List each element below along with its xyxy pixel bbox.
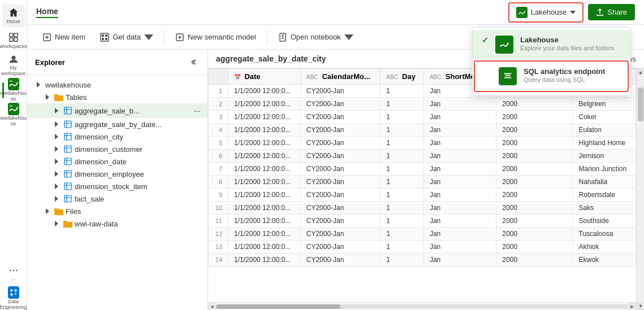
table-cell: Tuscaloosa <box>573 228 636 241</box>
col-date-label: Date <box>244 72 260 81</box>
my-workspace-icon <box>8 54 19 64</box>
col-header-date: 📅 Date <box>228 69 301 85</box>
table-cell: Highland Home <box>573 137 636 150</box>
open-notebook-button[interactable]: Open notebook <box>272 29 360 46</box>
table4-label: dimension_date <box>75 158 203 166</box>
table0-menu-icon[interactable]: ··· <box>192 105 203 116</box>
scroll-down-button[interactable]: ▼ <box>637 302 644 310</box>
tree-table-0[interactable]: aggregate_sale_b... ··· <box>27 103 208 118</box>
sidebar-home-label: Home <box>6 19 20 25</box>
table-cell: CY2000-Jan <box>300 163 380 176</box>
vscroll-track <box>637 76 644 302</box>
sidebar-item-data-engineering[interactable]: Data Engineering <box>2 287 25 310</box>
table-cell: 1/1/2000 12:00:0... <box>228 111 301 124</box>
new-item-button[interactable]: New item <box>36 29 92 46</box>
row-number: 9 <box>209 189 228 202</box>
tree-area: wwilakehouse Tables <box>27 75 208 310</box>
table-cell: 1/1/2000 12:00:0... <box>228 215 301 228</box>
table-row: 31/1/2000 12:00:0...CY2000-Jan1Jan2000Co… <box>209 111 636 124</box>
new-item-icon <box>42 33 51 42</box>
tree-table-7[interactable]: fact_sale <box>27 193 208 205</box>
checkmark-icon: ✓ <box>482 36 489 45</box>
dropdown-sql-icon <box>499 67 517 85</box>
table0-icon <box>63 106 72 115</box>
sidebar-item-my-workspace[interactable]: My workspace <box>2 54 25 77</box>
sidebar-item-home[interactable]: Home <box>2 5 25 27</box>
files-chevron-icon <box>43 207 52 216</box>
svg-rect-22 <box>64 146 71 152</box>
lakehouse-dropdown-button[interactable]: Lakehouse <box>508 2 584 23</box>
table-row: 71/1/2000 12:00:0...CY2000-Jan1Jan2000Ma… <box>209 163 636 176</box>
table3-label: dimension_customer <box>75 145 203 154</box>
tree-root[interactable]: wwilakehouse <box>27 78 208 91</box>
hscroll-thumb[interactable] <box>216 304 340 309</box>
sidebar-item-wwilakehouse1[interactable]: wwilakehou se <box>2 79 25 102</box>
table-cell: CY2000-Jan <box>300 124 380 137</box>
tree-file-0[interactable]: wwi-raw-data <box>27 217 208 230</box>
table-cell: 2000 <box>496 228 573 241</box>
tree-tables[interactable]: Tables <box>27 91 208 103</box>
data-table-container[interactable]: 📅 Date ABC CalendarMo... ABC Day <box>208 68 644 310</box>
row-number: 1 <box>209 85 228 98</box>
row-number: 13 <box>209 241 228 254</box>
table-cell: Jan <box>423 124 496 137</box>
tree-table-5[interactable]: dimension_employee <box>27 168 208 180</box>
table-cell: 1 <box>381 202 424 215</box>
svg-rect-19 <box>64 107 71 114</box>
table-row: 61/1/2000 12:00:0...CY2000-Jan1Jan2000Je… <box>209 150 636 163</box>
top-bar: Home Lakehouse Share <box>27 0 644 25</box>
right-scroll-area: ▲ ▼ <box>636 68 644 310</box>
sidebar-item-more[interactable]: ··· <box>2 263 25 285</box>
explorer-collapse-button[interactable] <box>186 55 200 69</box>
svg-rect-15 <box>105 38 107 40</box>
notebook-chevron-icon <box>344 33 353 42</box>
col-calendarmo-label: CalendarMo... <box>322 72 370 81</box>
table-row: 91/1/2000 12:00:0...CY2000-Jan1Jan2000Ro… <box>209 189 636 202</box>
table-row: 41/1/2000 12:00:0...CY2000-Jan1Jan2000Eu… <box>209 124 636 137</box>
table-cell: 2000 <box>496 137 573 150</box>
table-cell: 1/1/2000 12:00:0... <box>228 137 301 150</box>
tree-table-1[interactable]: aggregate_sale_by_date... <box>27 118 208 130</box>
table-cell: 1 <box>381 111 424 124</box>
table-cell: 1/1/2000 12:00:0... <box>228 98 301 111</box>
tree-table-4[interactable]: dimension_date <box>27 155 208 168</box>
table-cell: Nanafalia <box>573 176 636 189</box>
scroll-up-button[interactable]: ▲ <box>637 68 644 76</box>
table-cell: 1/1/2000 12:00:0... <box>228 228 301 241</box>
sidebar-item-wwilakehouse2[interactable]: wwilakehou se <box>2 104 25 126</box>
root-label: wwilakehouse <box>45 81 203 89</box>
dropdown-item-sql-analytics[interactable]: SQL analytics endpoint Query data using … <box>474 60 629 92</box>
table-cell: CY2000-Jan <box>300 228 380 241</box>
toolbar-separator-2 <box>267 30 267 44</box>
shortmonth-type: ABC <box>430 74 442 80</box>
vscroll-thumb[interactable] <box>638 88 643 121</box>
table-cell: 1/1/2000 12:00:0... <box>228 254 301 267</box>
table-cell: Saks <box>573 202 636 215</box>
table-cell: 1/1/2000 12:00:0... <box>228 241 301 254</box>
table-cell: Jan <box>423 241 496 254</box>
hscroll-track <box>216 304 628 309</box>
share-button[interactable]: Share <box>588 4 635 20</box>
new-semantic-model-button[interactable]: New semantic model <box>169 29 262 46</box>
table6-icon <box>63 182 72 191</box>
table-cell: 1 <box>381 137 424 150</box>
tree-table-2[interactable]: dimension_city <box>27 130 208 143</box>
table-cell: 1 <box>381 98 424 111</box>
table-row: 131/1/2000 12:00:0...CY2000-Jan1Jan2000A… <box>209 241 636 254</box>
root-chevron-icon <box>34 80 43 89</box>
col-header-calendarmo: ABC CalendarMo... <box>300 69 380 85</box>
table3-chevron-icon <box>52 145 61 154</box>
share-label: Share <box>607 8 627 16</box>
tree-table-3[interactable]: dimension_customer <box>27 143 208 155</box>
tables-folder-icon <box>54 93 63 102</box>
sidebar-workspaces-label: Workspaces <box>0 44 27 50</box>
get-data-button[interactable]: Get data <box>94 29 159 46</box>
sidebar-item-workspaces[interactable]: Workspaces <box>2 29 25 52</box>
tree-files[interactable]: Files <box>27 205 208 217</box>
scroll-left-button[interactable]: ◄ <box>208 303 216 311</box>
table-cell: 1 <box>381 163 424 176</box>
scroll-right-button[interactable]: ► <box>628 303 636 311</box>
dropdown-lakehouse-info: Lakehouse Explore your data files and fo… <box>520 36 621 51</box>
tree-table-6[interactable]: dimension_stock_item <box>27 180 208 193</box>
dropdown-item-lakehouse[interactable]: ✓ Lakehouse Explore your data files and … <box>473 30 630 59</box>
